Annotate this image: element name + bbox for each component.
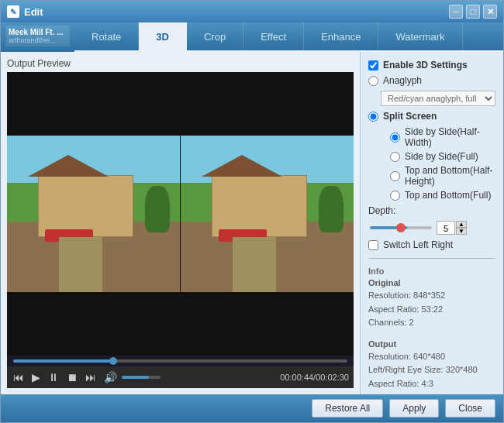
split-screen-radio[interactable]: [368, 112, 378, 122]
original-label: Original: [368, 278, 495, 287]
progress-thumb: [109, 357, 117, 365]
info-title: Info: [368, 267, 495, 276]
sidebar-header: Meek Mill Ft. ... arthurandthei...: [1, 22, 74, 52]
progress-bar-container[interactable]: [7, 356, 354, 366]
bottom-bar: Restore All Apply Close: [1, 394, 503, 422]
right-panel: Enable 3D Settings Anaglyph Red/cyan ana…: [360, 52, 503, 394]
top-full-label[interactable]: Top and Bottom(Full): [405, 190, 491, 201]
output-aspect: Aspect Ratio: 4:3: [368, 377, 495, 391]
anaglyph-label[interactable]: Anaglyph: [383, 75, 422, 86]
track-artist: arthurandthei...: [9, 36, 67, 44]
skip-back-button[interactable]: ⏮: [12, 371, 26, 383]
side-full-label[interactable]: Side by Side(Full): [405, 151, 478, 162]
progress-fill: [13, 359, 113, 363]
skip-forward-button[interactable]: ⏭: [84, 371, 98, 383]
side-half-radio[interactable]: [390, 132, 400, 143]
split-screen-label[interactable]: Split Screen: [383, 111, 437, 122]
depth-up-arrow[interactable]: ▲: [456, 221, 467, 228]
volume-fill: [122, 376, 149, 379]
anaglyph-radio[interactable]: [368, 76, 378, 86]
option-top-full-row: Top and Bottom(Full): [390, 190, 495, 201]
tab-effect[interactable]: Effect: [243, 22, 304, 50]
option-side-full-row: Side by Side(Full): [390, 151, 495, 162]
close-button[interactable]: ✕: [483, 5, 497, 19]
volume-icon[interactable]: 🔊: [102, 371, 119, 383]
restore-all-button[interactable]: Restore All: [312, 399, 383, 418]
window-title: Edit: [24, 6, 43, 18]
time-display: 00:00:44/00:02:30: [280, 373, 349, 382]
top-full-radio[interactable]: [390, 191, 400, 201]
progress-track[interactable]: [13, 359, 347, 363]
tab-enhance[interactable]: Enhance: [304, 22, 378, 50]
split-screen-options: Side by Side(Half-Width) Side by Side(Fu…: [368, 126, 495, 201]
option-top-half-row: Top and Bottom(Half-Height): [390, 165, 495, 187]
side-half-label[interactable]: Side by Side(Half-Width): [405, 126, 495, 148]
track-title: Meek Mill Ft. ...: [9, 28, 67, 36]
depth-control-row: 5 ▲ ▼: [368, 221, 495, 235]
video-preview: [7, 72, 354, 356]
depth-slider[interactable]: [370, 226, 432, 229]
original-channels: Channels: 2: [368, 316, 495, 330]
anaglyph-dropdown-row: Red/cyan anaglyph, full color: [368, 91, 495, 106]
depth-value-box: 5 ▲ ▼: [437, 221, 467, 235]
enable-3d-label[interactable]: Enable 3D Settings: [383, 60, 468, 70]
output-label: Output: [368, 339, 495, 349]
top-half-radio[interactable]: [390, 171, 400, 181]
switch-lr-checkbox[interactable]: [368, 240, 378, 250]
divider-1: [368, 258, 495, 259]
play-button[interactable]: ▶: [30, 371, 42, 383]
controls-bar: ⏮ ▶ ⏸ ⏹ ⏭ 🔊 00:00:44/00:02:30: [7, 366, 354, 388]
tab-watermark[interactable]: Watermark: [378, 22, 462, 50]
track-item[interactable]: Meek Mill Ft. ... arthurandthei...: [5, 26, 70, 46]
tab-3d[interactable]: 3D: [139, 22, 187, 50]
side-full-radio[interactable]: [390, 152, 400, 162]
main-content: Output Preview: [1, 52, 503, 394]
preview-label: Output Preview: [7, 58, 354, 69]
tab-rotate[interactable]: Rotate: [74, 22, 139, 50]
enable-3d-checkbox[interactable]: [368, 60, 378, 70]
edit-window: ✎ Edit ─ □ ✕ Meek Mill Ft. ... arthurand…: [0, 0, 504, 423]
enable-3d-row: Enable 3D Settings: [368, 60, 495, 70]
title-bar: ✎ Edit ─ □ ✕: [1, 1, 503, 22]
left-panel: Output Preview: [1, 52, 360, 394]
original-aspect: Aspect Ratio: 53:22: [368, 303, 495, 317]
depth-down-arrow[interactable]: ▼: [456, 228, 467, 235]
volume-container: 🔊: [102, 371, 161, 383]
switch-lr-label[interactable]: Switch Left Right: [383, 239, 453, 250]
app-icon: ✎: [7, 5, 19, 18]
depth-row: Depth:: [368, 205, 495, 216]
window-controls: ─ □ ✕: [449, 5, 497, 19]
pause-button[interactable]: ⏸: [47, 371, 60, 383]
stop-button[interactable]: ⏹: [65, 371, 79, 383]
anaglyph-select[interactable]: Red/cyan anaglyph, full color: [381, 91, 495, 106]
output-section: Output Resolution: 640*480 Left/Right Ey…: [368, 339, 495, 394]
tabs-bar: Rotate 3D Crop Effect Enhance Watermark: [74, 22, 503, 50]
depth-label: Depth:: [368, 205, 395, 216]
switch-lr-row: Switch Left Right: [368, 239, 495, 250]
minimize-button[interactable]: ─: [449, 5, 463, 19]
depth-value: 5: [437, 221, 455, 235]
output-resolution: Resolution: 640*480: [368, 350, 495, 364]
tab-crop[interactable]: Crop: [187, 22, 243, 50]
original-resolution: Resolution: 848*352: [368, 289, 495, 303]
split-screen-row: Split Screen: [368, 111, 495, 122]
output-eye-size: Left/Right Eye Size: 320*480: [368, 363, 495, 377]
maximize-button[interactable]: □: [466, 5, 480, 19]
info-section: Info Original Resolution: 848*352 Aspect…: [368, 267, 495, 330]
close-bottom-button[interactable]: Close: [445, 399, 495, 418]
option-side-half-row: Side by Side(Half-Width): [390, 126, 495, 148]
volume-track[interactable]: [122, 376, 161, 379]
depth-arrows: ▲ ▼: [456, 221, 467, 235]
anaglyph-row: Anaglyph: [368, 75, 495, 86]
apply-button[interactable]: Apply: [389, 399, 439, 418]
top-half-label[interactable]: Top and Bottom(Half-Height): [405, 165, 495, 187]
